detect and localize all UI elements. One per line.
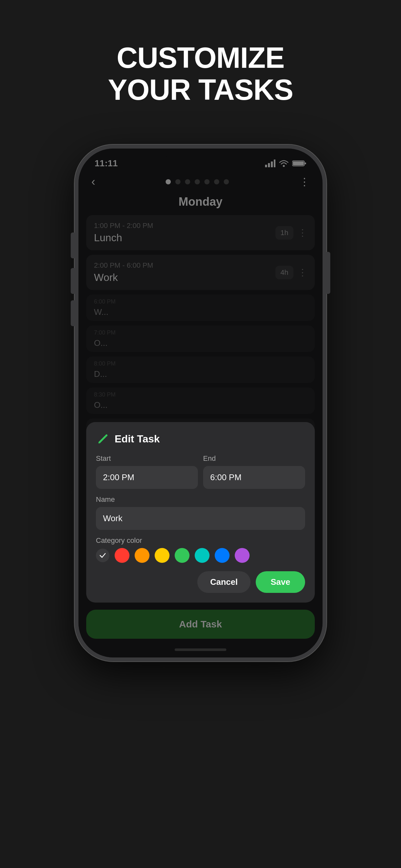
headline-line2: YOUR TASKS (108, 74, 293, 106)
color-group: Category color (96, 536, 305, 563)
color-teal[interactable] (195, 548, 210, 563)
time-row: Start 2:00 PM End 6:00 PM (96, 454, 305, 489)
cancel-button[interactable]: Cancel (197, 571, 251, 593)
phone-screen: 11:11 (79, 149, 322, 657)
start-time-group: Start 2:00 PM (96, 454, 198, 489)
name-label: Name (96, 495, 305, 504)
save-button[interactable]: Save (256, 571, 305, 593)
start-time-input[interactable]: 2:00 PM (96, 466, 198, 489)
end-label: End (203, 454, 305, 463)
color-purple[interactable] (235, 548, 250, 563)
edit-task-modal: Edit Task Start 2:00 PM End 6:00 PM Name… (86, 422, 315, 602)
end-time-group: End 6:00 PM (203, 454, 305, 489)
color-none-selected[interactable] (96, 549, 110, 562)
color-label: Category color (96, 536, 305, 545)
name-input[interactable]: Work (96, 507, 305, 530)
headline-line1: CUSTOMIZE (108, 42, 293, 74)
phone-frame: 11:11 (74, 145, 327, 661)
color-red[interactable] (115, 548, 129, 563)
modal-actions: Cancel Save (96, 571, 305, 593)
edit-pencil-icon (96, 432, 110, 446)
page-headline: CUSTOMIZE YOUR TASKS (108, 0, 293, 106)
color-row (96, 548, 305, 563)
modal-header: Edit Task (96, 432, 305, 446)
color-orange[interactable] (135, 548, 150, 563)
color-blue[interactable] (215, 548, 229, 563)
modal-title: Edit Task (115, 433, 160, 445)
color-yellow[interactable] (155, 548, 169, 563)
end-time-input[interactable]: 6:00 PM (203, 466, 305, 489)
color-green[interactable] (175, 548, 189, 563)
name-group: Name Work (96, 495, 305, 530)
start-label: Start (96, 454, 198, 463)
